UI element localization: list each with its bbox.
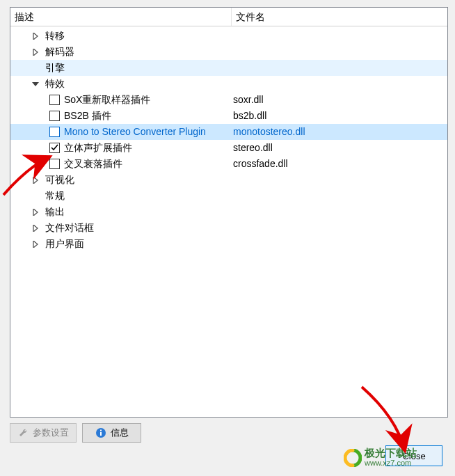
watermark-title: 极光下载站	[365, 448, 417, 458]
tree-node-general[interactable]: 常规	[10, 188, 447, 204]
plugin-label: 交叉衰落插件	[64, 156, 122, 172]
plugin-tree[interactable]: 转移 解码器 引擎	[10, 26, 447, 252]
logo-icon	[344, 449, 362, 467]
plugin-panel: 描述 文件名 转移 解码器	[10, 7, 448, 418]
plugin-label: Mono to Stereo Converter Plugin	[64, 124, 206, 140]
plugin-file: monotostereo.dll	[232, 124, 447, 140]
tree-node-engine[interactable]: 引擎	[10, 60, 447, 76]
table-header: 描述 文件名	[10, 8, 447, 26]
chevron-right-icon[interactable]	[30, 239, 41, 250]
tree-label: 解码器	[45, 44, 74, 60]
col-header-filename[interactable]: 文件名	[232, 8, 447, 26]
tree-label: 输出	[45, 204, 65, 220]
bottom-toolbar: 参数设置 信息	[10, 423, 448, 443]
tree-node-visualization[interactable]: 可视化	[10, 172, 447, 188]
tree-node-file-dialogs[interactable]: 文件对话框	[10, 220, 447, 236]
button-label: 信息	[111, 427, 129, 439]
tree-node-output[interactable]: 输出	[10, 204, 447, 220]
svg-rect-1	[100, 432, 102, 436]
col-header-description[interactable]: 描述	[10, 8, 232, 26]
chevron-right-icon[interactable]	[30, 175, 41, 186]
tree-label: 常规	[45, 188, 65, 204]
tree-label: 文件对话框	[45, 220, 94, 236]
chevron-right-icon[interactable]	[30, 31, 41, 42]
wrench-icon	[17, 427, 29, 438]
checkbox[interactable]	[49, 95, 60, 105]
plugin-row-bs2b[interactable]: BS2B 插件 bs2b.dll	[10, 108, 447, 124]
chevron-right-icon[interactable]	[30, 47, 41, 58]
info-icon	[95, 427, 106, 438]
tree-node-transfer[interactable]: 转移	[10, 28, 447, 44]
checkbox-checked[interactable]	[49, 143, 60, 153]
watermark-url: www.xz7.com	[365, 458, 417, 468]
checkbox[interactable]	[49, 127, 60, 137]
chevron-right-icon[interactable]	[30, 223, 41, 234]
plugin-file: stereo.dll	[232, 140, 447, 156]
tree-node-decoder[interactable]: 解码器	[10, 44, 447, 60]
plugin-row-crossfade[interactable]: 交叉衰落插件 crossfade.dll	[10, 156, 447, 172]
plugin-row-soxr[interactable]: SoX重新取样器插件 soxr.dll	[10, 92, 447, 108]
tree-label: 可视化	[45, 172, 74, 188]
tree-label: 用户界面	[45, 236, 84, 252]
tree-label: 引擎	[45, 60, 65, 76]
checkbox[interactable]	[49, 159, 60, 169]
plugin-row-monotostereo[interactable]: Mono to Stereo Converter Plugin monotost…	[10, 124, 447, 140]
checkbox[interactable]	[49, 111, 60, 121]
tree-label: 特效	[45, 76, 65, 92]
watermark: 极光下载站 www.xz7.com	[344, 448, 417, 468]
tree-node-user-interface[interactable]: 用户界面	[10, 236, 447, 252]
plugin-label: SoX重新取样器插件	[64, 92, 150, 108]
plugin-label: 立体声扩展插件	[64, 140, 132, 156]
plugin-label: BS2B 插件	[64, 108, 111, 124]
plugin-file: soxr.dll	[232, 92, 447, 108]
plugin-file: crossfade.dll	[232, 156, 447, 172]
tree-node-effects[interactable]: 特效	[10, 76, 447, 92]
info-button[interactable]: 信息	[82, 423, 141, 443]
button-label: 参数设置	[33, 427, 69, 439]
tree-label: 转移	[45, 28, 65, 44]
params-button[interactable]: 参数设置	[10, 423, 77, 443]
svg-rect-2	[100, 430, 102, 431]
plugin-file: bs2b.dll	[232, 108, 447, 124]
chevron-right-icon[interactable]	[30, 207, 41, 218]
plugin-row-stereo[interactable]: 立体声扩展插件 stereo.dll	[10, 140, 447, 156]
chevron-down-icon[interactable]	[30, 79, 41, 90]
